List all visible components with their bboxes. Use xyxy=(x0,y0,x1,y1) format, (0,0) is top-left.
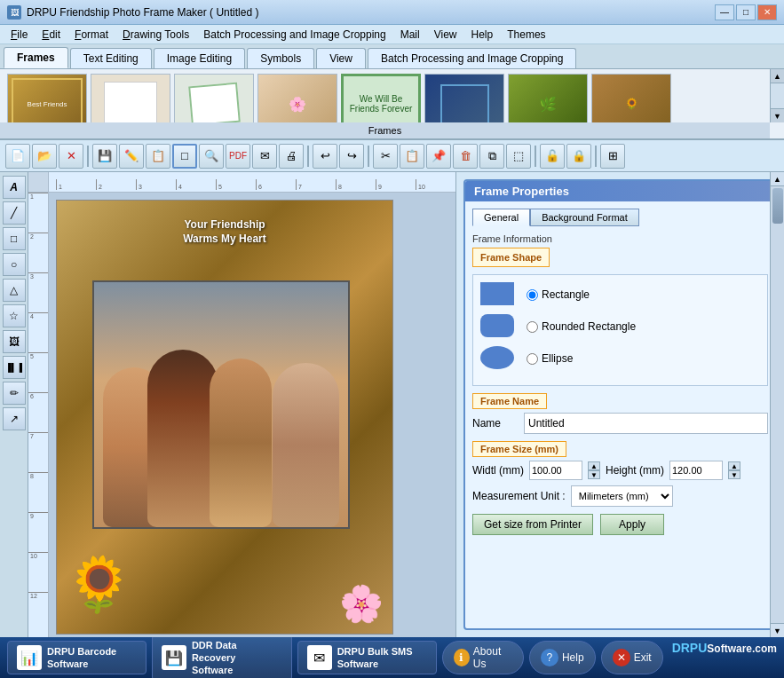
titlebar: 🖼 DRPU Friendship Photo Frame Maker ( Un… xyxy=(0,0,784,25)
barcode-tool[interactable]: ▐▌▐ xyxy=(3,356,26,379)
width-up[interactable]: ▲ xyxy=(588,461,600,470)
grid-button[interactable]: ⊞ xyxy=(600,144,625,169)
paste-button[interactable]: 📌 xyxy=(426,144,451,169)
close-button[interactable]: ✕ xyxy=(757,4,777,20)
height-spinner[interactable]: ▲ ▼ xyxy=(728,461,740,479)
delete2-button[interactable]: 🗑 xyxy=(453,144,478,169)
menu-help[interactable]: Help xyxy=(464,27,501,43)
undo-button[interactable]: ↩ xyxy=(313,144,337,169)
help-button[interactable]: ? Help xyxy=(529,641,596,674)
help-label: Help xyxy=(562,651,584,664)
redo-button[interactable]: ↪ xyxy=(339,144,364,169)
v-mark-7: 7 xyxy=(28,432,48,472)
ellipse-label[interactable]: Ellipse xyxy=(527,352,573,365)
shape-options: Rectangle Rounded Rectangle Ellipse xyxy=(472,274,768,386)
menu-themes[interactable]: Themes xyxy=(500,27,552,43)
photo-area[interactable] xyxy=(92,280,350,529)
v-mark-4: 4 xyxy=(28,312,48,352)
exit-button[interactable]: ✕ Exit xyxy=(601,641,663,674)
tab-image-editing[interactable]: Image Editing xyxy=(154,48,245,68)
barcode-app-icon: 📊 xyxy=(17,645,42,670)
pdf-button[interactable]: PDF xyxy=(226,144,250,169)
circle-tool[interactable]: ○ xyxy=(3,253,26,276)
preview-button[interactable]: 🔍 xyxy=(199,144,224,169)
menu-batch[interactable]: Batch Processing and Image Cropping xyxy=(196,27,392,43)
tab-view[interactable]: View xyxy=(316,48,366,68)
open-button[interactable]: 📂 xyxy=(32,144,57,169)
image-tool[interactable]: 🖼 xyxy=(3,330,26,353)
email-button[interactable]: ✉ xyxy=(252,144,277,169)
toolbar-sep-1 xyxy=(87,146,89,167)
tab-text-editing[interactable]: Text Editing xyxy=(70,48,152,68)
height-up[interactable]: ▲ xyxy=(728,461,740,470)
person-4 xyxy=(273,363,339,527)
shape-row-rounded: Rounded Rectangle xyxy=(480,314,760,339)
tab-frames[interactable]: Frames xyxy=(4,47,68,68)
scroll-thumb[interactable] xyxy=(772,188,783,224)
edit-button[interactable]: ✏️ xyxy=(119,144,144,169)
menu-edit[interactable]: Edit xyxy=(35,27,67,43)
copy-button[interactable]: 📋 xyxy=(400,144,424,169)
unlock-button[interactable]: 🔒 xyxy=(566,144,591,169)
menu-format[interactable]: Format xyxy=(67,27,115,43)
width-input[interactable] xyxy=(529,461,582,480)
line-tool[interactable]: ╱ xyxy=(3,201,26,225)
new-button[interactable]: 📄 xyxy=(5,144,30,169)
name-input[interactable] xyxy=(524,413,768,434)
maximize-button[interactable]: □ xyxy=(736,4,756,20)
menu-view[interactable]: View xyxy=(427,27,464,43)
rect-tool[interactable]: □ xyxy=(3,227,26,250)
frame-button[interactable]: □ xyxy=(172,144,197,169)
height-input[interactable] xyxy=(669,461,723,480)
props-scrollbar[interactable]: ▲ ▼ xyxy=(770,172,784,637)
apply-button[interactable]: Apply xyxy=(600,514,664,535)
scroll-up-btn[interactable]: ▲ xyxy=(771,172,784,186)
rounded-label[interactable]: Rounded Rectangle xyxy=(527,320,636,333)
tab-background-format[interactable]: Background Format xyxy=(530,209,639,226)
ellipse-preview xyxy=(480,346,516,371)
tab-batch[interactable]: Batch Processing and Image Cropping xyxy=(368,48,576,68)
barcode-app-button[interactable]: 📊 DRPU BarcodeSoftware xyxy=(7,641,147,675)
rect-radio[interactable] xyxy=(527,289,538,301)
ellipse-radio[interactable] xyxy=(527,353,538,365)
text-tool[interactable]: A xyxy=(3,176,26,199)
width-spinner[interactable]: ▲ ▼ xyxy=(588,461,600,479)
tab-symbols[interactable]: Symbols xyxy=(247,48,314,68)
pencil-tool[interactable]: ✏ xyxy=(3,382,26,405)
height-down[interactable]: ▼ xyxy=(728,470,740,479)
arrow-tool[interactable]: ↗ xyxy=(3,407,26,430)
triangle-tool[interactable]: △ xyxy=(3,279,26,302)
frame-canvas[interactable]: Your Friendship Warms My Heart 🌻 🌸 xyxy=(56,200,393,635)
ddr-app-button[interactable]: 💾 DDR Data RecoverySoftware xyxy=(152,635,291,678)
rounded-radio[interactable] xyxy=(527,321,538,333)
left-sidebar: A ╱ □ ○ △ ☆ 🖼 ▐▌▐ ✏ ↗ 1 2 3 4 5 6 7 8 9 … xyxy=(0,172,49,637)
doc-button[interactable]: 📋 xyxy=(146,144,170,169)
strip-scroll-down[interactable]: ▼ xyxy=(771,108,784,122)
menu-drawing-tools[interactable]: Drawing Tools xyxy=(115,27,196,43)
about-button[interactable]: ℹ About Us xyxy=(442,641,524,674)
menu-mail[interactable]: Mail xyxy=(393,27,427,43)
width-label: Widtl (mm) xyxy=(472,464,524,477)
flower-decoration: 🌸 xyxy=(339,583,384,625)
v-mark-6: 6 xyxy=(28,392,48,432)
measurement-select[interactable]: Milimeters (mm) Inches Centimeters (cm) … xyxy=(571,485,673,507)
lock-button[interactable]: 🔓 xyxy=(540,144,565,169)
save-button[interactable]: 💾 xyxy=(92,144,117,169)
scroll-down-btn[interactable]: ▼ xyxy=(771,623,784,637)
rect-label[interactable]: Rectangle xyxy=(527,288,590,301)
duplicate-button[interactable]: ⬚ xyxy=(506,144,531,169)
minimize-button[interactable]: — xyxy=(715,4,734,20)
menu-file[interactable]: File xyxy=(4,27,35,43)
width-down[interactable]: ▼ xyxy=(588,470,600,479)
copy2-button[interactable]: ⧉ xyxy=(479,144,504,169)
cut-button[interactable]: ✂ xyxy=(373,144,398,169)
strip-scroll-up[interactable]: ▲ xyxy=(771,69,784,83)
star-tool[interactable]: ☆ xyxy=(3,304,26,327)
frames-scrollbar[interactable]: ▲ ▼ xyxy=(770,69,784,122)
print-button[interactable]: 🖨 xyxy=(279,144,304,169)
tab-general[interactable]: General xyxy=(472,209,530,226)
get-size-button[interactable]: Get size from Printer xyxy=(472,514,593,535)
delete-button[interactable]: ✕ xyxy=(59,144,83,169)
sms-app-button[interactable]: ✉ DRPU Bulk SMSSoftware xyxy=(297,641,437,675)
toolbar-sep-2 xyxy=(307,146,309,167)
